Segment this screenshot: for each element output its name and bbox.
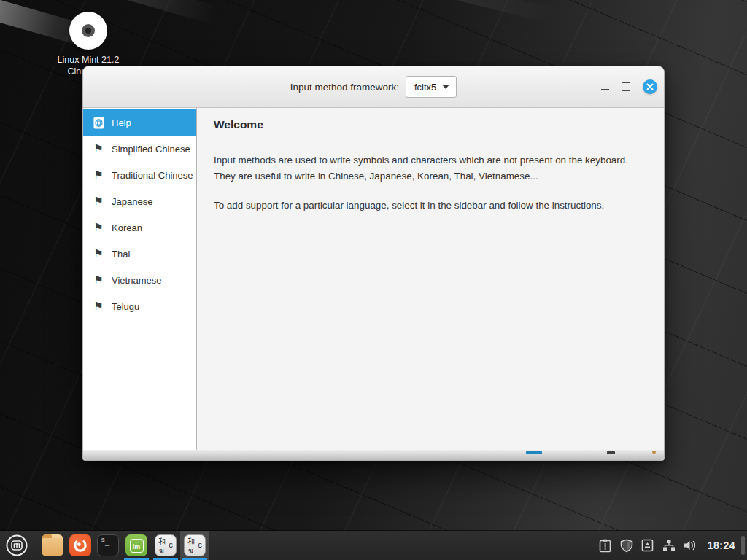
shield-icon [620,539,633,553]
flag-icon: ⚑ [92,273,105,287]
input-methods-window: Input method framework: fcitx5 [82,66,665,461]
sidebar-item-label: Vietnamese [112,275,161,286]
clipped-widget-dark [607,451,615,454]
input-method-icon: 和 ฆ Ɛ [184,534,206,556]
framework-label: Input method framework: [290,82,399,93]
help-document-icon [92,117,105,129]
update-notification-tray-item[interactable] [597,537,614,554]
mint-app-icon: lm [125,534,147,556]
language-sidebar: Help ⚑ Simplified Chinese ⚑ Traditional … [83,108,197,450]
window-bottom-edge [83,450,664,460]
flag-icon: ⚑ [92,221,105,234]
firewall-tray-item[interactable] [619,537,635,554]
window-button-input-methods-1[interactable]: 和 ฆ Ɛ [151,531,180,560]
sidebar-item-thai[interactable]: ⚑ Thai [83,241,196,267]
close-icon [646,83,654,90]
removable-media-tray-item[interactable] [640,537,656,554]
framework-dropdown[interactable]: fcitx5 [406,76,457,98]
sidebar-item-label: Simplified Chinese [112,144,190,155]
system-tray [597,537,698,554]
mint-logo-icon [5,534,28,557]
sidebar-item-simplified-chinese[interactable]: ⚑ Simplified Chinese [83,136,196,162]
taskbar: $ _ lm 和 ฆ Ɛ 和 ฆ Ɛ [0,531,747,560]
chevron-down-icon [442,85,449,89]
files-launcher[interactable] [39,531,66,560]
taskbar-separator [36,535,36,556]
flag-icon: ⚑ [92,247,105,260]
firefox-launcher[interactable] [66,531,94,560]
eject-drive-icon [641,539,654,552]
content-pane: Welcome Input methods are used to write … [197,108,664,450]
clipped-widget-blue [526,451,542,454]
wired-network-icon [662,539,676,552]
sidebar-item-telugu[interactable]: ⚑ Telugu [83,293,196,319]
close-button[interactable] [643,79,657,94]
sidebar-item-label: Thai [112,249,130,260]
network-tray-item[interactable] [661,537,677,554]
window-titlebar[interactable]: Input method framework: fcitx5 [83,66,664,108]
flag-icon: ⚑ [92,168,105,182]
speaker-icon [683,539,697,552]
terminal-launcher[interactable]: $ _ [94,531,122,560]
sidebar-item-label: Help [112,117,131,128]
instruction-paragraph: To add support for a particular language… [214,200,646,211]
input-method-icon: 和 ฆ Ɛ [155,534,177,556]
wallpaper-highlight [430,0,554,23]
sidebar-item-vietnamese[interactable]: ⚑ Vietnamese [83,267,196,293]
sidebar-item-label: Traditional Chinese [112,170,193,181]
sidebar-item-label: Korean [112,222,142,233]
firefox-icon [69,534,91,556]
intro-paragraph: Input methods are used to write symbols … [214,152,646,184]
folder-icon [42,534,63,556]
page-title: Welcome [214,118,646,131]
maximize-button[interactable] [622,82,630,91]
clipboard-exclamation-icon [599,539,611,553]
window-button-input-methods-2[interactable]: 和 ฆ Ɛ [180,531,209,560]
sidebar-item-help[interactable]: Help [83,109,196,136]
window-button-software-manager[interactable]: lm [122,531,151,560]
volume-tray-item[interactable] [682,537,698,554]
sidebar-item-traditional-chinese[interactable]: ⚑ Traditional Chinese [83,162,196,188]
cd-disc-icon [69,12,107,50]
sidebar-item-korean[interactable]: ⚑ Korean [83,214,196,241]
flag-icon: ⚑ [92,300,105,313]
sidebar-item-label: Telugu [112,301,139,312]
sidebar-item-label: Japanese [112,196,152,207]
terminal-icon: $ _ [97,534,119,556]
show-desktop-corner-bar[interactable] [741,536,745,555]
desktop: Linux Mint 21.2 Cinnamon Input method fr… [0,0,747,560]
clipped-widget-orange [652,451,656,454]
flag-icon: ⚑ [92,195,105,208]
sidebar-item-japanese[interactable]: ⚑ Japanese [83,188,196,214]
menu-button[interactable] [0,531,34,560]
taskbar-clock[interactable]: 18:24 [708,540,735,551]
minimize-button[interactable] [601,89,609,90]
framework-dropdown-value: fcitx5 [414,82,436,93]
flag-icon: ⚑ [92,142,105,155]
